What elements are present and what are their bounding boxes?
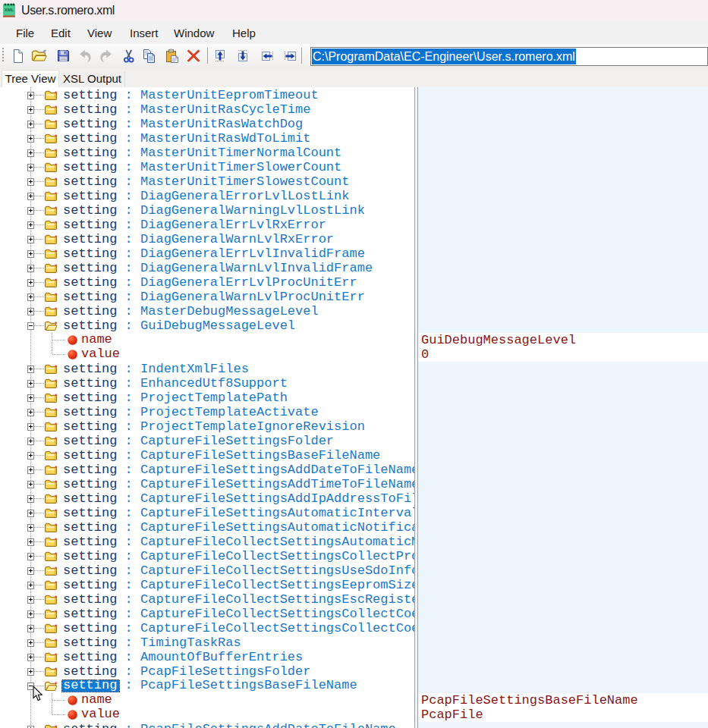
svg-text:setting : TimingTaskRas: setting : TimingTaskRas (63, 635, 241, 649)
svg-text:setting : CaptureFileCollectSe: setting : CaptureFileCollectSettingsColl… (63, 548, 414, 563)
svg-text:setting : DiagGeneralWarningLv: setting : DiagGeneralWarningLvlLostLink (63, 202, 365, 217)
svg-text:setting : ProjectTemplateActiv: setting : ProjectTemplateActivate (63, 404, 319, 419)
svg-text:setting : DiagGeneralErrLvlInv: setting : DiagGeneralErrLvlInvalidFrame (63, 246, 365, 260)
svg-text:setting : DiagGeneralErrLvlRxE: setting : DiagGeneralErrLvlRxError (63, 217, 326, 231)
svg-text:setting : DiagGeneralErrLvlPro: setting : DiagGeneralErrLvlProcUnitErr (63, 275, 357, 289)
svg-text:setting : MasterUnitTimerNorma: setting : MasterUnitTimerNormalCount (63, 145, 341, 159)
svg-text:setting : PcapFileSettingsFold: setting : PcapFileSettingsFolder (63, 664, 310, 678)
svg-text:setting : EnhancedUtf8Support: setting : EnhancedUtf8Support (63, 375, 288, 390)
svg-text:setting : MasterUnitEepromTime: setting : MasterUnitEepromTimeout (63, 87, 319, 102)
svg-text:setting : CaptureFileSettingsF: setting : CaptureFileSettingsFolder (63, 433, 334, 447)
svg-text:value: value (81, 347, 120, 361)
svg-text:setting : DiagGeneralWarnLvlPr: setting : DiagGeneralWarnLvlProcUnitErr (63, 289, 365, 303)
svg-text:setting : MasterUnitRasWatchDo: setting : MasterUnitRasWatchDog (63, 116, 303, 130)
svg-text:setting : CaptureFileCollectSe: setting : CaptureFileCollectSettingsAuto… (63, 534, 414, 548)
svg-text:: PcapFileSettingsBaseFileName: : PcapFileSettingsBaseFileName (117, 678, 357, 692)
svg-text:setting : PcapFileSettingsAddD: setting : PcapFileSettingsAddDateToFileN… (63, 721, 396, 728)
svg-text:setting : CaptureFileSettingsA: setting : CaptureFileSettingsAddIpAddres… (63, 491, 414, 505)
svg-text:setting : CaptureFileSettingsA: setting : CaptureFileSettingsAutomaticNo… (63, 519, 414, 534)
svg-text:XML: XML (5, 8, 14, 12)
svg-text:setting : MasterDebugMessageLe: setting : MasterDebugMessageLevel (63, 303, 319, 318)
svg-text:setting : GuiDebugMessageLevel: setting : GuiDebugMessageLevel (63, 318, 295, 332)
svg-text:setting : CaptureFileCollectSe: setting : CaptureFileCollectSettingsColl… (63, 606, 414, 620)
svg-text:name: name (81, 332, 112, 347)
svg-text:setting : ProjectTemplateIgnor: setting : ProjectTemplateIgnoreRevision (63, 419, 365, 433)
svg-text:setting : CaptureFileSettingsA: setting : CaptureFileSettingsAddDateToFi… (63, 462, 414, 476)
svg-text:setting : CaptureFileSettingsA: setting : CaptureFileSettingsAutomaticIn… (63, 505, 414, 519)
svg-text:setting : MasterUnitTimerSlowe: setting : MasterUnitTimerSlowerCount (63, 159, 341, 174)
svg-text:value: value (81, 707, 120, 721)
svg-text:setting : CaptureFileSettingsB: setting : CaptureFileSettingsBaseFileNam… (63, 447, 380, 462)
svg-text:setting : CaptureFileCollectSe: setting : CaptureFileCollectSettingsUseS… (63, 563, 414, 577)
svg-text:setting : CaptureFileCollectSe: setting : CaptureFileCollectSettingsColl… (63, 620, 414, 635)
svg-text:setting : AmountOfBufferEntrie: setting : AmountOfBufferEntries (63, 649, 303, 664)
svg-text:setting : MasterUnitTimerSlowe: setting : MasterUnitTimerSlowestCount (63, 174, 349, 188)
svg-text:setting : MasterUnitRasWdToLim: setting : MasterUnitRasWdToLimit (63, 130, 310, 145)
svg-text:setting : MasterUnitRasCycleTi: setting : MasterUnitRasCycleTime (63, 102, 310, 116)
svg-text:setting : DiagGeneralWarnLvlIn: setting : DiagGeneralWarnLvlInvalidFrame (63, 260, 373, 275)
svg-text:setting: setting (63, 678, 117, 692)
svg-text:setting : ProjectTemplatePath: setting : ProjectTemplatePath (63, 390, 288, 404)
svg-text:setting : DiagGeneralWarnLvlRx: setting : DiagGeneralWarnLvlRxError (63, 231, 334, 246)
svg-text:setting : DiagGeneralErrorLvlL: setting : DiagGeneralErrorLvlLostLink (63, 188, 349, 202)
svg-text:name: name (81, 692, 112, 707)
svg-text:setting : IndentXmlFiles: setting : IndentXmlFiles (63, 361, 249, 375)
svg-text:setting : CaptureFileSettingsA: setting : CaptureFileSettingsAddTimeToFi… (63, 476, 414, 491)
svg-text:setting : CaptureFileCollectSe: setting : CaptureFileCollectSettingsEepr… (63, 577, 414, 592)
svg-text:setting : CaptureFileCollectSe: setting : CaptureFileCollectSettingsEscR… (63, 592, 414, 606)
